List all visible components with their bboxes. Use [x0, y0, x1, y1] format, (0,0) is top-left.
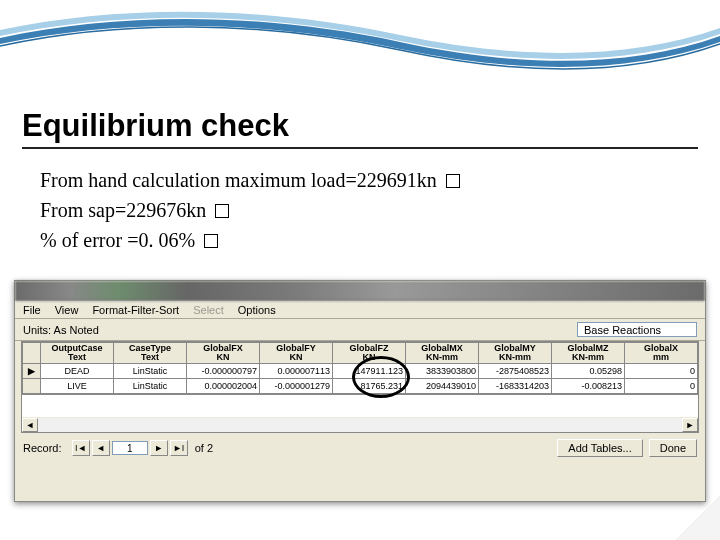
units-label: Units: As Noted	[23, 324, 99, 336]
toolbar-row: Units: As Noted Base Reactions	[15, 319, 705, 341]
cell[interactable]: 0.000002004	[187, 379, 260, 394]
results-grid: OutputCaseText CaseTypeText GlobalFXKN G…	[21, 341, 699, 395]
cell[interactable]: 0	[625, 379, 698, 394]
cell[interactable]: 81765.231	[333, 379, 406, 394]
body-line-3: % of error =0. 06%	[40, 229, 195, 251]
cell[interactable]: -0.000000797	[187, 364, 260, 379]
table-row[interactable]: LIVE LinStatic 0.000002004 -0.000001279 …	[23, 379, 698, 394]
nav-first-button[interactable]: I◄	[72, 440, 90, 456]
body-line-1: From hand calculation maximum load=22969…	[40, 169, 437, 191]
col-globalmy[interactable]: GlobalMYKN-mm	[479, 343, 552, 364]
col-globalmx[interactable]: GlobalMXKN-mm	[406, 343, 479, 364]
cell[interactable]: -2875408523	[479, 364, 552, 379]
background-blur-strip	[15, 281, 705, 301]
cell[interactable]: LinStatic	[114, 364, 187, 379]
grid-empty-area	[21, 395, 699, 417]
horizontal-scrollbar[interactable]: ◄ ►	[21, 417, 699, 433]
placeholder-box	[204, 234, 218, 248]
cell[interactable]: -1683314203	[479, 379, 552, 394]
row-selector-icon[interactable]: ▶	[23, 364, 41, 379]
cell[interactable]: 0.05298	[552, 364, 625, 379]
menu-select: Select	[193, 304, 224, 316]
cell[interactable]: LinStatic	[114, 379, 187, 394]
col-globalfx[interactable]: GlobalFXKN	[187, 343, 260, 364]
cell[interactable]: 0.000007113	[260, 364, 333, 379]
placeholder-box	[446, 174, 460, 188]
nav-last-button[interactable]: ►I	[170, 440, 188, 456]
done-button[interactable]: Done	[649, 439, 697, 457]
menu-view[interactable]: View	[55, 304, 79, 316]
scroll-left-button[interactable]: ◄	[22, 418, 38, 432]
nav-prev-button[interactable]: ◄	[92, 440, 110, 456]
cell[interactable]: 3833903800	[406, 364, 479, 379]
app-window: File View Format-Filter-Sort Select Opti…	[14, 280, 706, 502]
add-tables-button[interactable]: Add Tables...	[557, 439, 642, 457]
cell[interactable]: 2094439010	[406, 379, 479, 394]
menu-format-filter-sort[interactable]: Format-Filter-Sort	[92, 304, 179, 316]
col-globalfy[interactable]: GlobalFYKN	[260, 343, 333, 364]
scroll-right-button[interactable]: ►	[682, 418, 698, 432]
slide-title: Equilibrium check	[22, 108, 698, 149]
cell[interactable]: DEAD	[41, 364, 114, 379]
col-casetype[interactable]: CaseTypeText	[114, 343, 187, 364]
wave-decoration	[0, 0, 720, 90]
record-number-input[interactable]: 1	[112, 441, 148, 455]
cell[interactable]: LIVE	[41, 379, 114, 394]
col-globalmz[interactable]: GlobalMZKN-mm	[552, 343, 625, 364]
scroll-track[interactable]	[38, 418, 682, 432]
placeholder-box	[215, 204, 229, 218]
table-row[interactable]: ▶ DEAD LinStatic -0.000000797 0.00000711…	[23, 364, 698, 379]
menu-file[interactable]: File	[23, 304, 41, 316]
page-curl-decoration	[676, 496, 720, 540]
title-field: Base Reactions	[577, 322, 697, 337]
record-of-label: of 2	[195, 442, 213, 454]
row-header-blank	[23, 343, 41, 364]
menubar: File View Format-Filter-Sort Select Opti…	[15, 301, 705, 319]
footer-row: Record: I◄ ◄ 1 ► ►I of 2 Add Tables... D…	[15, 433, 705, 461]
cell[interactable]: -0.008213	[552, 379, 625, 394]
slide-body: From hand calculation maximum load=22969…	[40, 166, 460, 256]
row-selector-icon[interactable]	[23, 379, 41, 394]
col-globalfz[interactable]: GlobalFZKN	[333, 343, 406, 364]
menu-options[interactable]: Options	[238, 304, 276, 316]
body-line-2: From sap=229676kn	[40, 199, 206, 221]
cell[interactable]: -0.000001279	[260, 379, 333, 394]
cell[interactable]: 0	[625, 364, 698, 379]
cell[interactable]: 147911.123	[333, 364, 406, 379]
col-globalx[interactable]: GlobalXmm	[625, 343, 698, 364]
record-label: Record:	[23, 442, 62, 454]
col-outputcase[interactable]: OutputCaseText	[41, 343, 114, 364]
nav-next-button[interactable]: ►	[150, 440, 168, 456]
